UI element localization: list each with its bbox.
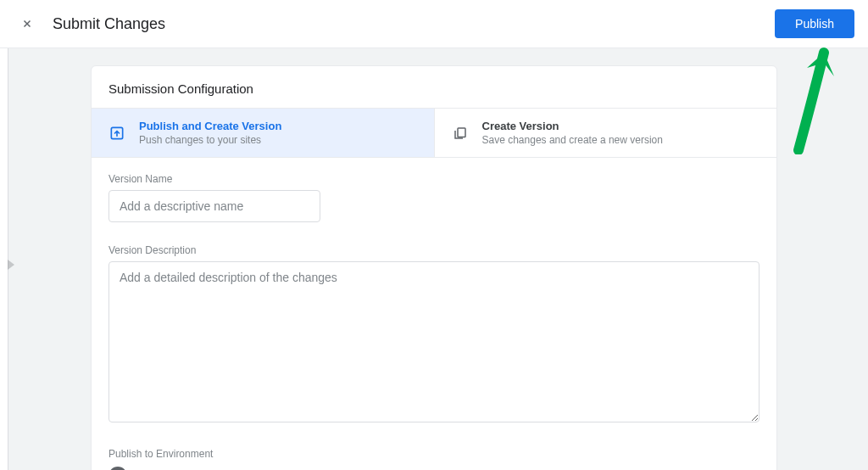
version-description-textarea[interactable] xyxy=(108,261,760,422)
upload-icon xyxy=(108,125,125,142)
option-text: Create Version Save changes and create a… xyxy=(482,120,663,146)
option-subtitle: Save changes and create a new version xyxy=(482,134,663,146)
option-create-version[interactable]: Create Version Save changes and create a… xyxy=(435,109,777,157)
dialog-title: Submit Changes xyxy=(53,15,165,33)
option-text: Publish and Create Version Push changes … xyxy=(139,120,281,146)
submission-options: Publish and Create Version Push changes … xyxy=(92,108,776,158)
option-subtitle: Push changes to your sites xyxy=(139,134,281,146)
option-title: Create Version xyxy=(482,120,663,132)
content-area: Submission Configuration Publish and Cre… xyxy=(0,48,868,470)
collapsed-panel-edge[interactable] xyxy=(0,48,8,470)
header-left: Submit Changes xyxy=(20,15,165,33)
submission-card: Submission Configuration Publish and Cre… xyxy=(91,65,777,470)
globe-icon xyxy=(108,467,127,470)
version-description-label: Version Description xyxy=(108,244,760,256)
option-title: Publish and Create Version xyxy=(139,120,281,132)
form-area: Version Name Version Description Publish… xyxy=(92,158,776,470)
environment-row: Live xyxy=(108,467,760,470)
close-icon[interactable] xyxy=(20,17,34,31)
copy-icon xyxy=(452,125,469,142)
dialog-header: Submit Changes Publish xyxy=(0,0,868,48)
svg-rect-1 xyxy=(458,128,465,137)
option-publish-and-create-version[interactable]: Publish and Create Version Push changes … xyxy=(92,109,435,157)
card-title: Submission Configuration xyxy=(92,66,776,108)
version-name-input[interactable] xyxy=(108,190,320,222)
publish-environment-label: Publish to Environment xyxy=(108,448,760,460)
publish-button[interactable]: Publish xyxy=(775,9,854,38)
version-name-label: Version Name xyxy=(108,173,760,185)
